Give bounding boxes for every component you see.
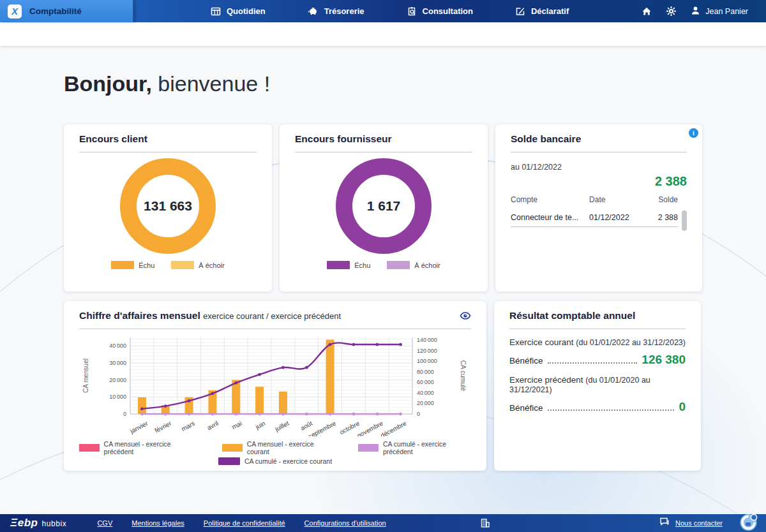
legend-item-echu: Échu — [111, 261, 154, 269]
svg-text:0: 0 — [417, 411, 420, 417]
solde-total: 2 388 — [511, 174, 687, 189]
link-politique-confidentialite[interactable]: Politique de confidentialité — [204, 519, 285, 527]
benefice-courant-value: 126 380 — [642, 353, 686, 367]
legend-label: CA cumulé - exercice précédent — [383, 440, 471, 455]
svg-text:mars: mars — [180, 420, 196, 432]
table-row[interactable]: Connecteur de te... 01/12/2022 2 388 — [511, 208, 678, 227]
legend-ca-mensuel-precedent: CA mensuel - exercice précédent — [79, 440, 195, 455]
section-label: Exercice courant — [509, 337, 574, 347]
card-resultat-comptable: Résultat comptable annuel Exercice coura… — [494, 301, 701, 471]
svg-text:40 000: 40 000 — [109, 343, 126, 349]
link-configurations-utilisation[interactable]: Configurations d'utilisation — [304, 519, 386, 527]
document-pen-icon — [515, 6, 525, 17]
legend-item-a-echoir: À échoir — [387, 261, 440, 269]
secondary-toolbar — [0, 22, 766, 46]
svg-text:120 000: 120 000 — [417, 348, 437, 354]
dotted-leader — [548, 410, 675, 411]
svg-text:février: février — [153, 420, 172, 434]
divider — [511, 152, 687, 152]
legend-swatch — [387, 261, 410, 269]
contact-link[interactable]: Nous contacter — [675, 519, 723, 527]
greeting-bold: Bonjour, — [64, 71, 152, 96]
nav-item-tresorerie[interactable]: Trésorerie — [308, 6, 364, 17]
building-icon[interactable] — [480, 518, 490, 531]
chart-legend: CA mensuel - exercice précédent CA mensu… — [79, 440, 471, 465]
nav-item-declaratif[interactable]: Déclaratif — [515, 6, 569, 17]
card-title: Chiffre d'affaires mensuel exercice cour… — [79, 310, 341, 321]
svg-text:décembre: décembre — [379, 420, 408, 436]
gear-icon[interactable] — [666, 6, 677, 17]
eye-icon[interactable] — [460, 311, 471, 320]
svg-text:60 000: 60 000 — [417, 379, 434, 385]
legend-ca-mensuel-courant: CA mensuel - exercice courant — [222, 440, 331, 455]
link-mentions-legales[interactable]: Mentions légales — [131, 519, 184, 527]
card-encours-client: Encours client 131 663 Échu À échoir — [64, 124, 272, 292]
chart-title-bold: Chiffre d'affaires mensuel — [79, 310, 200, 321]
link-cgv[interactable]: CGV — [97, 519, 112, 527]
nav-item-label: Quotidien — [227, 6, 266, 16]
exercice-precedent-label: Exercice précédent (du 01/01/2020 au 31/… — [509, 375, 686, 394]
clipboard-search-icon — [407, 6, 417, 17]
svg-text:juillet: juillet — [273, 420, 290, 433]
help-assistant-widget[interactable] — [739, 512, 758, 532]
legend-label: À échoir — [199, 262, 224, 269]
table-header-row: Compte Date Solde — [511, 195, 678, 204]
hubbix-logo-text: hubbix — [41, 519, 66, 528]
card-title: Solde bancaire — [511, 133, 687, 145]
benefice-courant-row: Bénéfice 126 380 — [509, 353, 686, 367]
col-header-compte: Compte — [511, 195, 589, 204]
divider — [79, 152, 257, 152]
legend-label: CA mensuel - exercice précédent — [104, 440, 196, 455]
benefice-precedent-row: Bénéfice 0 — [509, 400, 686, 414]
col-header-date: Date — [589, 195, 642, 204]
ebp-app-logo-icon: X — [8, 4, 22, 18]
legend-label: CA cumulé - exercice courant — [244, 457, 332, 465]
section-range: (du 01/01/2022 au 31/12/2023) — [576, 338, 686, 347]
svg-text:100 000: 100 000 — [417, 358, 437, 364]
piggy-bank-icon — [308, 6, 319, 17]
nav-item-quotidien[interactable]: Quotidien — [211, 6, 266, 17]
greeting-rest: bienvenue ! — [152, 71, 270, 96]
nav-item-label: Consultation — [423, 6, 473, 16]
nav-item-consultation[interactable]: Consultation — [407, 6, 473, 17]
ca-mensuel-combo-chart[interactable]: 010 00020 00030 00040 000020 00040 00060… — [79, 329, 471, 436]
info-icon[interactable]: i — [689, 128, 698, 138]
ebp-hubbix-logo[interactable]: Ξebp hubbix — [10, 517, 66, 529]
card-title: Encours fournisseur — [295, 133, 472, 145]
user-icon — [691, 6, 700, 17]
legend-swatch — [171, 261, 194, 269]
legend-swatch — [327, 261, 350, 269]
svg-text:avril: avril — [206, 420, 219, 431]
app-switcher-comptabilite[interactable]: X Comptabilité — [0, 0, 134, 22]
donut-legend: Échu À échoir — [79, 261, 257, 269]
top-navbar: X Comptabilité Quotidien Trésorerie Cons… — [0, 0, 766, 22]
legend-swatch — [218, 457, 240, 465]
user-menu[interactable]: Jean Panier — [691, 6, 748, 17]
home-icon[interactable] — [642, 6, 652, 16]
svg-text:CA cumulé: CA cumulé — [460, 360, 467, 392]
svg-text:janvier: janvier — [128, 420, 149, 435]
donut-legend: Échu À échoir — [295, 261, 472, 269]
svg-text:80 000: 80 000 — [417, 369, 434, 375]
legend-label: Échu — [354, 262, 370, 269]
footer: Ξebp hubbix CGV Mentions légales Politiq… — [0, 514, 766, 532]
legend-swatch — [111, 261, 134, 269]
svg-text:août: août — [299, 420, 314, 432]
legend-item-a-echoir: À échoir — [171, 261, 224, 269]
table-scrollbar[interactable] — [682, 211, 687, 231]
chat-icon — [659, 517, 670, 529]
nav-item-label: Trésorerie — [324, 6, 364, 16]
legend-ca-cumule-courant: CA cumulé - exercice courant — [218, 457, 332, 465]
svg-text:10 000: 10 000 — [109, 394, 126, 400]
cell-solde: 2 388 — [642, 213, 678, 222]
legend-label: CA mensuel - exercice courant — [247, 440, 332, 455]
cards-row-bottom: Chiffre d'affaires mensuel exercice cour… — [64, 301, 766, 471]
legend-swatch — [222, 444, 243, 452]
nav-right-controls: Jean Panier — [642, 0, 766, 22]
svg-text:mai: mai — [230, 420, 243, 431]
legend-label: À échoir — [414, 262, 440, 269]
legend-swatch — [358, 444, 379, 452]
svg-text:juin: juin — [254, 420, 267, 431]
svg-text:20 000: 20 000 — [417, 400, 434, 406]
dotted-leader — [548, 362, 638, 364]
